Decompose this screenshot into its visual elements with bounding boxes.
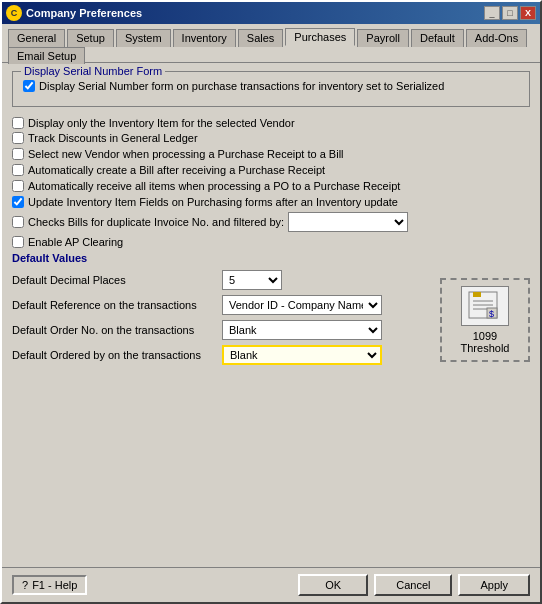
checkbox-2[interactable] — [12, 148, 24, 160]
tab-emailsetup[interactable]: Email Setup — [8, 47, 85, 64]
window-icon-label: C — [11, 8, 18, 18]
orderedby-label: Default Ordered by on the transactions — [12, 349, 222, 361]
window-title: Company Preferences — [26, 7, 484, 19]
filter-dropdown[interactable] — [288, 212, 408, 232]
checkbox-row-0: Display only the Inventory Item for the … — [12, 117, 530, 129]
checkbox-label-0: Display only the Inventory Item for the … — [28, 117, 295, 129]
checkbox-label-4: Automatically receive all items when pro… — [28, 180, 400, 192]
threshold-label: 1099 Threshold — [448, 330, 522, 354]
help-icon: ? — [22, 579, 28, 591]
tab-payroll[interactable]: Payroll — [357, 29, 409, 47]
default-values-title: Default Values — [12, 252, 530, 264]
tab-system[interactable]: System — [116, 29, 171, 47]
serial-number-checkbox[interactable] — [23, 80, 35, 92]
checkbox-3[interactable] — [12, 164, 24, 176]
tab-default[interactable]: Default — [411, 29, 464, 47]
tabs-bar: General Setup System Inventory Sales Pur… — [2, 24, 540, 63]
threshold-button[interactable]: $ 1099 Threshold — [440, 278, 530, 362]
titlebar-buttons: _ □ X — [484, 6, 536, 20]
window-icon: C — [6, 5, 22, 21]
checkbox-label-3: Automatically create a Bill after receiv… — [28, 164, 325, 176]
tab-inventory[interactable]: Inventory — [173, 29, 236, 47]
help-label: F1 - Help — [32, 579, 77, 591]
checkbox-label-7: Enable AP Clearing — [28, 236, 123, 248]
close-button[interactable]: X — [520, 6, 536, 20]
help-button[interactable]: ? F1 - Help — [12, 575, 87, 595]
default-values-left: Default Decimal Places 5 Default Referen… — [12, 270, 430, 370]
decimal-label: Default Decimal Places — [12, 274, 222, 286]
maximize-button[interactable]: □ — [502, 6, 518, 20]
footer-left: ? F1 - Help — [12, 575, 87, 595]
checkbox-row-2: Select new Vendor when processing a Purc… — [12, 148, 530, 160]
reference-select[interactable]: Vendor ID - Company Name — [222, 295, 382, 315]
serial-number-group: Display Serial Number Form Display Seria… — [12, 71, 530, 107]
checkbox-7[interactable] — [12, 236, 24, 248]
checkbox-row-6: Checks Bills for duplicate Invoice No. a… — [12, 212, 530, 232]
checkbox-row-5: Update Inventory Item Fields on Purchasi… — [12, 196, 530, 208]
checkbox-label-1: Track Discounts in General Ledger — [28, 132, 198, 144]
cancel-button[interactable]: Cancel — [374, 574, 452, 596]
checkbox-4[interactable] — [12, 180, 24, 192]
threshold-svg: $ — [467, 290, 503, 322]
checkbox-row-1: Track Discounts in General Ledger — [12, 132, 530, 144]
decimal-select[interactable]: 5 — [222, 270, 282, 290]
serial-number-checkbox-row: Display Serial Number form on purchase t… — [23, 80, 519, 92]
svg-rect-1 — [473, 292, 481, 297]
checkbox-label-2: Select new Vendor when processing a Purc… — [28, 148, 344, 160]
apply-button[interactable]: Apply — [458, 574, 530, 596]
svg-text:$: $ — [489, 309, 494, 319]
checkbox-row-7: Enable AP Clearing — [12, 236, 530, 248]
form-row-orderno: Default Order No. on the transactions Bl… — [12, 320, 430, 340]
threshold-area: $ 1099 Threshold — [440, 270, 530, 370]
checkbox-row-3: Automatically create a Bill after receiv… — [12, 164, 530, 176]
titlebar: C Company Preferences _ □ X — [2, 2, 540, 24]
ok-button[interactable]: OK — [298, 574, 368, 596]
reference-label: Default Reference on the transactions — [12, 299, 222, 311]
content-area: Display Serial Number Form Display Seria… — [2, 63, 540, 567]
orderno-select[interactable]: Blank — [222, 320, 382, 340]
threshold-icon: $ — [461, 286, 509, 326]
serial-number-group-title: Display Serial Number Form — [21, 65, 165, 77]
minimize-button[interactable]: _ — [484, 6, 500, 20]
checkbox-0[interactable] — [12, 117, 24, 129]
tab-sales[interactable]: Sales — [238, 29, 284, 47]
checkbox-6[interactable] — [12, 216, 24, 228]
tab-general[interactable]: General — [8, 29, 65, 47]
tab-setup[interactable]: Setup — [67, 29, 114, 47]
checkbox-label-5: Update Inventory Item Fields on Purchasi… — [28, 196, 398, 208]
checkbox-1[interactable] — [12, 132, 24, 144]
checkbox-label-6: Checks Bills for duplicate Invoice No. a… — [28, 216, 284, 228]
main-window: C Company Preferences _ □ X General Setu… — [0, 0, 542, 604]
default-values-area: Default Decimal Places 5 Default Referen… — [12, 270, 530, 370]
form-row-orderedby: Default Ordered by on the transactions B… — [12, 345, 430, 365]
checkbox-row-4: Automatically receive all items when pro… — [12, 180, 530, 192]
form-row-decimal: Default Decimal Places 5 — [12, 270, 430, 290]
footer-right: OK Cancel Apply — [298, 574, 530, 596]
orderno-label: Default Order No. on the transactions — [12, 324, 222, 336]
orderedby-select[interactable]: Blank — [222, 345, 382, 365]
serial-number-label: Display Serial Number form on purchase t… — [39, 80, 444, 92]
tab-purchases[interactable]: Purchases — [285, 28, 355, 46]
form-row-reference: Default Reference on the transactions Ve… — [12, 295, 430, 315]
tab-addons[interactable]: Add-Ons — [466, 29, 527, 47]
footer: ? F1 - Help OK Cancel Apply — [2, 567, 540, 602]
checkbox-5[interactable] — [12, 196, 24, 208]
